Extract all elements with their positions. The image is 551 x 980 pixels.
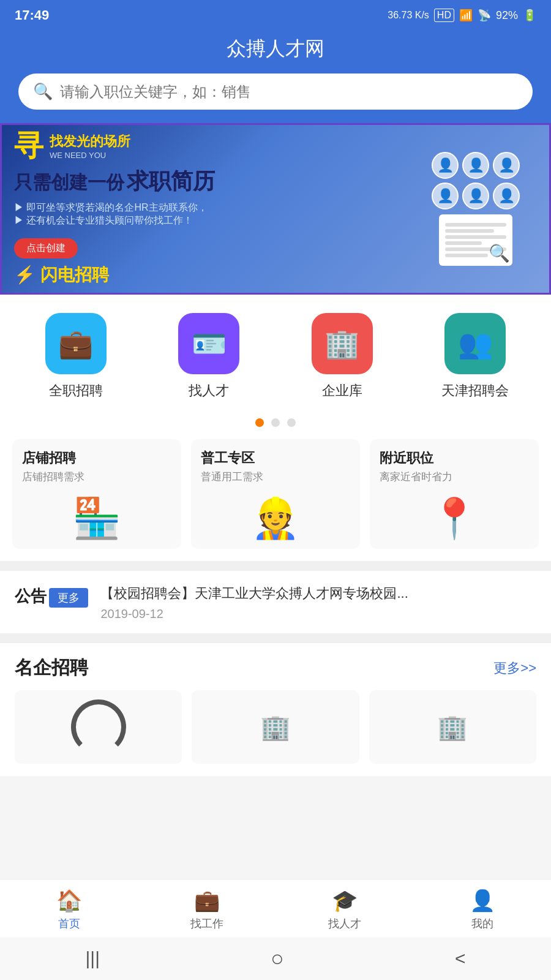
avatar-group: 👤 👤 👤 👤 👤 👤 bbox=[432, 152, 520, 209]
category-icon-find-talent: 🪪 bbox=[178, 313, 239, 374]
company-logo-3: 🏢 bbox=[437, 713, 468, 742]
avatar-5: 👤 bbox=[462, 183, 489, 209]
category-icon-full-time: 💼 bbox=[45, 313, 107, 374]
signal-icon: 📡 bbox=[478, 9, 491, 22]
feature-desc-worker: 普通用工需求 bbox=[201, 470, 350, 484]
category-item-company-db[interactable]: 🏢 企业库 bbox=[279, 313, 406, 400]
status-icons: 36.73 K/s HD 📶 📡 92% 🔋 bbox=[388, 9, 536, 22]
avatar-2: 👤 bbox=[462, 152, 489, 179]
famous-title: 名企招聘 bbox=[15, 655, 88, 680]
category-icon-tianjin-fair: 👥 bbox=[444, 313, 506, 374]
menu-button[interactable]: ||| bbox=[86, 948, 100, 969]
nav-label-find-talent-nav: 找人才 bbox=[328, 916, 361, 931]
wifi-icon: 📶 bbox=[459, 9, 473, 22]
feature-desc-nearby: 离家近省时省力 bbox=[380, 470, 529, 484]
nav-item-profile[interactable]: 👤 我的 bbox=[413, 888, 551, 931]
feature-img-worker: 👷 bbox=[191, 488, 360, 549]
feature-card-shop[interactable]: 店铺招聘 店铺招聘需求 🏪 bbox=[12, 439, 181, 549]
notice-more-button[interactable]: 更多 bbox=[49, 588, 88, 608]
nav-item-home[interactable]: 🏠 首页 bbox=[0, 888, 138, 931]
avatar-1: 👤 bbox=[432, 152, 459, 179]
hd-badge: HD bbox=[434, 9, 454, 22]
search-input[interactable] bbox=[60, 83, 518, 100]
category-item-find-talent[interactable]: 🪪 找人才 bbox=[146, 313, 273, 400]
notice-label: 公告 bbox=[15, 587, 47, 605]
banner-right: 👤 👤 👤 👤 👤 👤 🔍 bbox=[414, 152, 537, 266]
feature-title-shop: 店铺招聘 bbox=[22, 449, 171, 467]
feature-card-worker[interactable]: 普工专区 普通用工需求 👷 bbox=[191, 439, 360, 549]
famous-more-button[interactable]: 更多>> bbox=[493, 659, 536, 677]
feature-title-nearby: 附近职位 bbox=[380, 449, 529, 467]
carousel-dot-1[interactable] bbox=[271, 418, 280, 427]
search-icon: 🔍 bbox=[33, 82, 53, 101]
banner[interactable]: 寻 找发光的场所 WE NEED YOU 只需创建一份 求职简历 ▶ 即可坐等求… bbox=[0, 123, 551, 295]
system-nav-bar: ||| ○ < bbox=[0, 937, 551, 980]
banner-main: 只需创建一份 bbox=[14, 172, 124, 192]
notice-content: 【校园招聘会】天津工业大学众搏人才网专场校园... 2019-09-12 bbox=[100, 583, 536, 621]
categories-grid: 💼 全职招聘 🪪 找人才 🏢 企业库 👥 天津招聘会 bbox=[12, 313, 539, 400]
categories-section: 💼 全职招聘 🪪 找人才 🏢 企业库 👥 天津招聘会 bbox=[0, 295, 551, 406]
battery-icon: 🔋 bbox=[523, 9, 536, 22]
network-speed: 36.73 K/s bbox=[388, 10, 429, 21]
app-title: 众搏人才网 bbox=[227, 37, 324, 59]
nav-label-home: 首页 bbox=[58, 916, 80, 931]
nav-icon-find-job: 💼 bbox=[194, 888, 220, 913]
famous-card-1[interactable] bbox=[15, 690, 182, 764]
search-section: 🔍 bbox=[0, 74, 551, 123]
avatar-4: 👤 bbox=[432, 183, 459, 209]
famous-section: 名企招聘 更多>> 🏢 🏢 bbox=[0, 643, 551, 776]
banner-desc1: 即可坐等求贤若渴的名企HR主动联系你， bbox=[26, 202, 207, 213]
famous-grid: 🏢 🏢 bbox=[15, 690, 536, 764]
famous-card-2[interactable]: 🏢 bbox=[192, 690, 359, 764]
document-stack: 🔍 bbox=[439, 214, 512, 266]
status-bar: 17:49 36.73 K/s HD 📶 📡 92% 🔋 bbox=[0, 0, 551, 31]
notice-text: 【校园招聘会】天津工业大学众搏人才网专场校园... bbox=[100, 583, 536, 603]
nav-item-find-job[interactable]: 💼 找工作 bbox=[138, 888, 276, 931]
feature-title-worker: 普工专区 bbox=[201, 449, 350, 467]
time-display: 17:49 bbox=[15, 7, 49, 23]
avatar-6: 👤 bbox=[493, 183, 520, 209]
carousel-dots bbox=[0, 406, 551, 433]
search-bar[interactable]: 🔍 bbox=[18, 74, 533, 110]
feature-img-shop: 🏪 bbox=[12, 488, 181, 549]
feature-cards: 店铺招聘 店铺招聘需求 🏪 普工专区 普通用工需求 👷 附近职位 离家近省时省力… bbox=[0, 433, 551, 561]
category-item-tianjin-fair[interactable]: 👥 天津招聘会 bbox=[412, 313, 539, 400]
battery-label: 92% bbox=[496, 9, 518, 22]
nav-icon-find-talent-nav: 🎓 bbox=[332, 888, 358, 913]
category-icon-company-db: 🏢 bbox=[312, 313, 373, 374]
nav-label-profile: 我的 bbox=[471, 916, 493, 931]
nav-icon-profile: 👤 bbox=[470, 888, 495, 913]
notice-date: 2019-09-12 bbox=[100, 607, 536, 621]
banner-highlight: 求职简历 bbox=[127, 168, 215, 194]
notice-section: 公告 更多 【校园招聘会】天津工业大学众搏人才网专场校园... 2019-09-… bbox=[0, 571, 551, 633]
company-logo-2: 🏢 bbox=[260, 713, 291, 742]
carousel-dot-0[interactable] bbox=[255, 418, 264, 427]
banner-cta-button[interactable]: 点击创建 bbox=[14, 238, 78, 258]
section-divider-2 bbox=[0, 633, 551, 643]
bottom-nav: 🏠 首页 💼 找工作 🎓 找人才 👤 我的 bbox=[0, 879, 551, 937]
category-item-full-time[interactable]: 💼 全职招聘 bbox=[12, 313, 140, 400]
avatar-3: 👤 bbox=[493, 152, 520, 179]
carousel-dot-2[interactable] bbox=[287, 418, 296, 427]
feature-img-nearby: 📍 bbox=[370, 488, 539, 549]
feature-card-nearby[interactable]: 附近职位 离家近省时省力 📍 bbox=[370, 439, 539, 549]
category-label-find-talent: 找人才 bbox=[189, 382, 229, 400]
app-header: 众搏人才网 bbox=[0, 31, 551, 74]
banner-logo: ⚡ 闪电招聘 bbox=[14, 263, 414, 287]
famous-card-3[interactable]: 🏢 bbox=[369, 690, 536, 764]
banner-desc2: 还有机会让专业猎头顾问帮你找工作！ bbox=[26, 215, 193, 225]
nav-item-find-talent-nav[interactable]: 🎓 找人才 bbox=[276, 888, 413, 931]
category-label-full-time: 全职招聘 bbox=[49, 382, 103, 400]
nav-label-find-job: 找工作 bbox=[190, 916, 223, 931]
nav-icon-home: 🏠 bbox=[56, 888, 82, 913]
company-logo-1 bbox=[71, 699, 126, 755]
section-divider bbox=[0, 561, 551, 571]
famous-header: 名企招聘 更多>> bbox=[15, 655, 536, 680]
feature-desc-shop: 店铺招聘需求 bbox=[22, 470, 171, 484]
back-button[interactable]: < bbox=[455, 948, 466, 969]
banner-left: 寻 找发光的场所 WE NEED YOU 只需创建一份 求职简历 ▶ 即可坐等求… bbox=[14, 131, 414, 287]
category-label-company-db: 企业库 bbox=[322, 382, 362, 400]
magnifier-icon: 🔍 bbox=[489, 243, 510, 263]
category-label-tianjin-fair: 天津招聘会 bbox=[441, 382, 509, 400]
home-button[interactable]: ○ bbox=[271, 946, 284, 971]
